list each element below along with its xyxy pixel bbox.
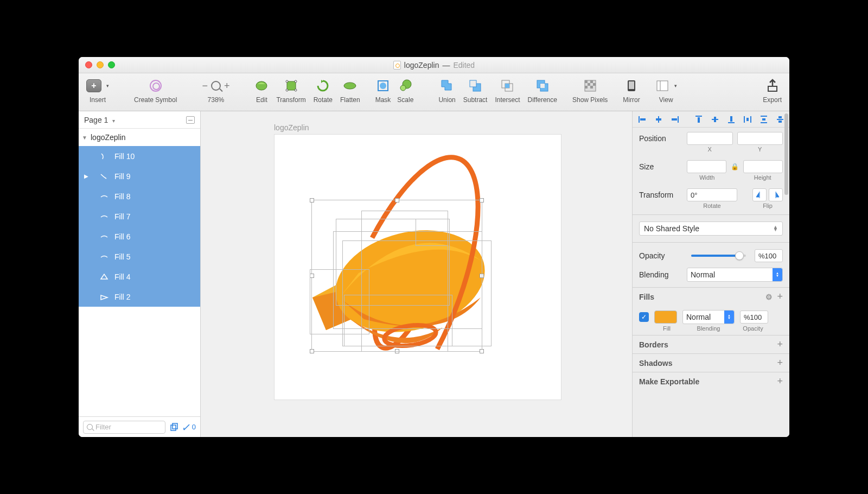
layer-name: Fill 10 (114, 152, 135, 161)
svg-rect-31 (171, 425, 176, 430)
sub-selection (416, 219, 448, 246)
flatten-tool[interactable]: Flatten (340, 77, 360, 104)
layer-name: Fill 4 (114, 273, 131, 281)
svg-rect-23 (593, 83, 596, 86)
align-top-icon[interactable] (694, 115, 703, 124)
layer-item[interactable]: Fill 2 (79, 287, 200, 307)
svg-point-3 (295, 80, 297, 83)
view-tool[interactable]: ▾ View (655, 77, 677, 104)
svg-rect-25 (590, 86, 593, 88)
layer-item[interactable]: Fill 6 (79, 226, 200, 246)
add-shadow-button[interactable]: + (777, 357, 783, 369)
mirror-tool[interactable]: Mirror (623, 77, 640, 104)
opacity-input[interactable]: %100 (755, 249, 783, 262)
opacity-label: Opacity (639, 251, 682, 260)
create-symbol-tool[interactable]: Create Symbol (134, 77, 177, 104)
titlebar: logoZeplin — Edited (79, 57, 789, 73)
shadows-section-header: Shadows + (633, 353, 789, 372)
size-label: Size (639, 162, 682, 171)
y-input[interactable] (737, 132, 783, 145)
document-filename: logoZeplin (404, 61, 439, 69)
artboard[interactable] (274, 134, 561, 400)
svg-rect-47 (730, 116, 732, 122)
layer-item[interactable]: Fill 5 (79, 246, 200, 267)
zoom-control[interactable]: −+ 738% (202, 77, 229, 104)
minimize-window-button[interactable] (97, 61, 104, 68)
page-selector[interactable]: Page 1 ▾ (79, 111, 200, 129)
layer-item[interactable]: Fill 8 (79, 186, 200, 206)
toolbar: +▾ Insert Create Symbol −+ 738% Edit Tra… (79, 73, 789, 111)
flip-horizontal-button[interactable] (752, 188, 767, 201)
svg-rect-22 (588, 83, 590, 86)
svg-rect-12 (470, 80, 476, 87)
shared-style-dropdown[interactable]: No Shared Style ▲▼ (639, 221, 783, 236)
layer-name: Fill 9 (114, 172, 131, 181)
fill-color-swatch[interactable] (654, 311, 677, 324)
pages-icon[interactable] (170, 423, 178, 432)
rotate-tool[interactable]: Rotate (314, 77, 333, 104)
align-right-icon[interactable] (671, 115, 679, 124)
close-window-button[interactable] (85, 61, 92, 68)
insert-tool[interactable]: +▾ Insert (86, 77, 109, 104)
make-exportable-button[interactable]: + (777, 376, 783, 387)
union-tool[interactable]: Union (438, 77, 455, 104)
layer-artboard[interactable]: ▼ logoZeplin (79, 129, 200, 146)
flip-vertical-button[interactable] (769, 188, 783, 201)
intersect-tool[interactable]: Intersect (495, 77, 520, 104)
distribute-v2-icon[interactable] (776, 115, 784, 124)
svg-rect-1 (287, 81, 296, 90)
artboard-label[interactable]: logoZeplin (274, 123, 309, 132)
export-tool[interactable]: Export (763, 77, 782, 104)
layers-footer: Filter 0 (79, 416, 200, 437)
align-hcenter-icon[interactable] (654, 115, 663, 124)
svg-rect-53 (762, 118, 765, 121)
fill-blending-dropdown[interactable]: Normal ▲▼ (682, 310, 735, 324)
x-input[interactable] (687, 132, 733, 145)
fill-opacity-input[interactable]: %100 (740, 311, 768, 324)
gear-icon[interactable]: ⚙ (765, 293, 773, 301)
canvas[interactable]: logoZeplin (201, 111, 632, 437)
show-pixels-tool[interactable]: Show Pixels (572, 77, 608, 104)
layer-name: Fill 2 (114, 293, 131, 301)
layer-item[interactable]: ▶Fill 9 (79, 166, 200, 186)
filter-input[interactable]: Filter (83, 421, 165, 434)
distribute-v-icon[interactable] (760, 115, 768, 124)
subtract-tool[interactable]: Subtract (463, 77, 488, 104)
add-border-button[interactable]: + (777, 339, 783, 350)
width-input[interactable] (687, 160, 726, 173)
svg-rect-32 (173, 423, 177, 429)
align-bottom-icon[interactable] (727, 115, 736, 124)
mask-tool[interactable]: Mask (375, 77, 391, 104)
transform-tool[interactable]: Transform (276, 77, 305, 104)
align-vcenter-icon[interactable] (711, 115, 719, 124)
document-icon (393, 61, 401, 69)
opacity-slider[interactable] (691, 255, 746, 257)
layer-item[interactable]: Fill 7 (79, 206, 200, 226)
rotate-input[interactable]: 0° (687, 188, 737, 201)
layer-name: Fill 7 (114, 212, 131, 221)
distribute-h-icon[interactable] (743, 115, 752, 124)
document-status: Edited (453, 61, 475, 69)
height-input[interactable] (743, 160, 783, 173)
difference-tool[interactable]: Difference (527, 77, 557, 104)
collapse-icon[interactable] (186, 116, 195, 124)
zoom-window-button[interactable] (108, 61, 115, 68)
svg-rect-15 (505, 84, 509, 88)
scale-tool[interactable]: Scale (397, 77, 413, 104)
transform-label: Transform (639, 191, 682, 199)
blending-dropdown[interactable]: Normal ▲▼ (687, 268, 783, 282)
symbol-icon (150, 80, 162, 92)
slice-count[interactable]: 0 (183, 423, 196, 431)
layer-name: Fill 6 (114, 232, 131, 241)
edit-tool[interactable]: Edit (254, 77, 269, 104)
layer-item[interactable]: Fill 4 (79, 267, 200, 287)
app-window: logoZeplin — Edited +▾ Insert Create Sym… (79, 57, 789, 437)
fill-enabled-checkbox[interactable]: ✓ (639, 312, 649, 322)
add-fill-button[interactable]: + (777, 291, 783, 302)
svg-rect-30 (768, 86, 777, 91)
align-left-icon[interactable] (638, 115, 647, 124)
inspector-panel: Position XY Size 🔒 WidthHeight Transform… (632, 111, 789, 437)
layer-name: Fill 5 (114, 252, 131, 261)
layer-item[interactable]: Fill 10 (79, 146, 200, 166)
lock-icon[interactable]: 🔒 (731, 163, 739, 170)
